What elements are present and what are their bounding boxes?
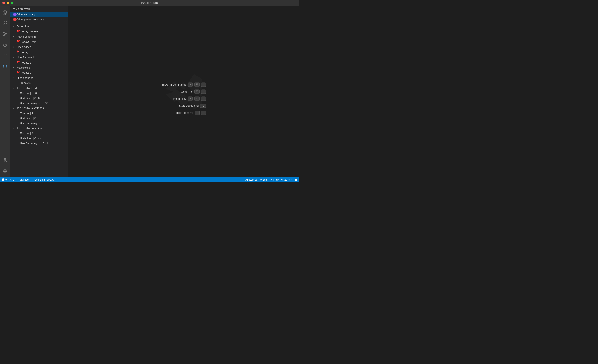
kpm-usersummary-label: UserSummary.txt | 0.00: [20, 101, 68, 105]
activity-account[interactable]: [0, 155, 10, 165]
sidebar-item-kpm-usersummary[interactable]: UserSummary.txt | 0.00: [10, 101, 68, 106]
status-notification[interactable]: [294, 178, 297, 181]
sidebar-item-view-project-summary[interactable]: View project summary: [10, 17, 68, 22]
editor-time-today-label: Today: 29 min: [21, 30, 68, 33]
kbd-cmd: ⌘: [194, 82, 199, 87]
status-bar: 0 0 ✓ plaintext ✓ UserSummary.txt AppWor…: [0, 178, 299, 182]
sidebar-item-view-summary[interactable]: View summary: [10, 12, 68, 17]
cmd-find-label: Find in Files: [161, 97, 186, 100]
time-value: 19m: [263, 178, 267, 181]
sidebar-item-ct-usersummary[interactable]: UserSummary.txt | 0 min: [10, 141, 68, 146]
status-warnings[interactable]: 0: [9, 178, 15, 181]
cmd-debug-label: Start Debugging: [161, 104, 199, 107]
line-removed-label: Line Removed: [17, 56, 68, 59]
sidebar-content[interactable]: View summary View project summary ▾ Edit…: [10, 12, 68, 178]
cmd-show-all-commands: Show All Commands ⇧ ⌘ P: [161, 81, 206, 88]
top-files-codetime-label: Top files by code time: [17, 126, 68, 130]
codetime-value: 29 min: [284, 178, 292, 181]
status-time[interactable]: 19m: [259, 178, 267, 181]
warning-count: 0: [13, 178, 15, 181]
ks-one-label: One.tsx | 4: [20, 112, 68, 115]
red-dot-icon: [13, 18, 17, 21]
activity-search[interactable]: [0, 18, 10, 28]
kbd-cmd3: ⌘: [194, 97, 199, 101]
status-bar-left: 0 0 ✓ plaintext ✓ UserSummary.txt: [2, 178, 54, 181]
sidebar-item-ks-undefined[interactable]: Undefined | 0: [10, 116, 68, 121]
cmd-start-debugging: Start Debugging F5: [161, 102, 206, 109]
minimize-button[interactable]: [7, 2, 9, 4]
status-errors[interactable]: 0: [2, 178, 7, 181]
flag-icon: 🚩: [17, 50, 20, 54]
cmd-goto-label: Go to File: [161, 90, 193, 93]
sidebar-item-kpm-undefined[interactable]: Undefined | 0.00: [10, 96, 68, 101]
chevron-down-icon: ▾: [13, 107, 17, 110]
clock2-icon: [281, 178, 284, 181]
kbd-p: P: [201, 82, 206, 87]
status-flow[interactable]: Flow: [270, 178, 279, 181]
status-file[interactable]: ✓ UserSummary.txt: [32, 178, 54, 181]
files-changed-today-label: Today: 3: [17, 81, 68, 85]
sidebar-item-active-code-time[interactable]: ▾ Active code time: [10, 34, 68, 39]
sidebar-item-files-changed[interactable]: ▾ Files changed: [10, 75, 68, 81]
files-changed-label: Files changed: [17, 76, 68, 80]
sidebar-item-ct-undefined[interactable]: Undefined | 0 min: [10, 136, 68, 141]
sidebar-item-line-removed[interactable]: ▾ Line Removed: [10, 55, 68, 60]
sidebar-item-editor-time-today[interactable]: 🚩 Today: 29 min: [10, 29, 68, 34]
chevron-down-icon: ▾: [13, 25, 17, 28]
sidebar-item-lines-added[interactable]: ▾ Lines added: [10, 45, 68, 50]
sidebar-item-top-files-kpm[interactable]: ▾ Top files by KPM: [10, 86, 68, 91]
activity-settings[interactable]: [0, 166, 10, 176]
sidebar-item-top-files-codetime[interactable]: ▾ Top files by code time: [10, 126, 68, 131]
status-language[interactable]: ✓ plaintext: [17, 178, 29, 181]
status-bar-right: AppWorks 19m Flow 29 min: [245, 178, 297, 181]
sidebar-item-keystrokes-today[interactable]: 🚩 Today: 3: [10, 70, 68, 76]
kbd-f5: F5: [200, 104, 206, 108]
close-button[interactable]: [2, 2, 5, 4]
sidebar-item-top-files-keystrokes[interactable]: ▾ Top files by keystrokes: [10, 106, 68, 111]
kbd-backtick: `: [201, 111, 206, 115]
sidebar-item-ks-one[interactable]: One.tsx | 4: [10, 111, 68, 116]
sidebar-item-keystrokes[interactable]: ▾ Keystrokes: [10, 65, 68, 70]
chevron-down-icon: ▾: [13, 35, 17, 38]
active-code-today-label: Today: 0 min: [21, 40, 68, 44]
sidebar-item-files-changed-today[interactable]: Today: 3: [10, 81, 68, 86]
sidebar-item-ct-one[interactable]: One.tsx | 0 min: [10, 131, 68, 136]
flow-label: Flow: [274, 178, 279, 181]
cmd-go-to-file: Go to File ⌘ P: [161, 88, 206, 95]
sidebar-item-editor-time[interactable]: ▾ Editor time: [10, 24, 68, 29]
checkmark-icon: ✓: [17, 178, 19, 181]
activity-source-control[interactable]: [0, 29, 10, 39]
lines-added-label: Lines added: [17, 45, 68, 49]
file-label: UserSummary.txt: [34, 178, 54, 181]
view-summary-label: View summary: [17, 13, 68, 16]
main-content: Show All Commands ⇧ ⌘ P Go to File ⌘ P F…: [68, 6, 299, 178]
status-codetime[interactable]: 29 min: [281, 178, 292, 181]
bell-icon: [294, 178, 297, 181]
keystrokes-today-label: Today: 3: [21, 71, 68, 75]
flag-icon: 🚩: [17, 71, 20, 75]
sidebar-item-line-removed-today[interactable]: 🚩 Today: 2: [10, 60, 68, 65]
sidebar-item-lines-added-today[interactable]: 🚩 Today: 0: [10, 50, 68, 55]
status-appworks[interactable]: AppWorks: [245, 178, 257, 181]
activity-time-master[interactable]: [0, 61, 10, 71]
view-project-summary-label: View project summary: [17, 18, 68, 21]
kbd-shift2: ⇧: [188, 97, 193, 101]
sidebar-item-ks-usersummary[interactable]: UserSummary.txt | 0: [10, 121, 68, 126]
flag-icon: 🚩: [17, 61, 20, 65]
activity-explorer[interactable]: [0, 8, 10, 17]
separator: [13, 23, 20, 23]
activity-extensions[interactable]: [0, 51, 10, 61]
ks-undefined-label: Undefined | 0: [20, 116, 68, 120]
file-checkmark-icon: ✓: [32, 178, 34, 181]
activity-bar-bottom: [0, 155, 10, 178]
maximize-button[interactable]: [11, 2, 13, 4]
titlebar: lite-20210318: [0, 0, 299, 6]
kbd-p2: P: [201, 89, 206, 94]
language-label: plaintext: [20, 178, 29, 181]
sidebar-item-kpm-one[interactable]: One.tsx | 1.50: [10, 91, 68, 96]
sidebar-item-active-code-today[interactable]: 🚩 Today: 0 min: [10, 39, 68, 45]
activity-run[interactable]: [0, 40, 10, 50]
ct-usersummary-label: UserSummary.txt | 0 min: [20, 142, 68, 145]
kbd-cmd2: ⌘: [194, 89, 199, 94]
chevron-down-icon: ▾: [13, 56, 17, 59]
